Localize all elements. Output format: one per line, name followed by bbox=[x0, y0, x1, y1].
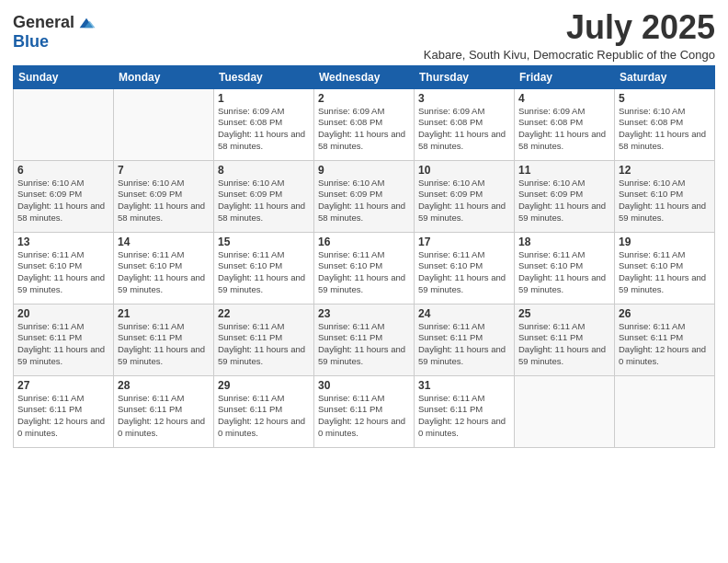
calendar-cell: 29Sunrise: 6:11 AM Sunset: 6:11 PM Dayli… bbox=[214, 375, 314, 447]
calendar-cell: 21Sunrise: 6:11 AM Sunset: 6:11 PM Dayli… bbox=[114, 304, 214, 375]
day-info: Sunrise: 6:10 AM Sunset: 6:09 PM Dayligh… bbox=[318, 178, 410, 224]
calendar-cell bbox=[14, 88, 114, 160]
day-number: 17 bbox=[418, 236, 510, 248]
day-info: Sunrise: 6:11 AM Sunset: 6:10 PM Dayligh… bbox=[518, 249, 610, 296]
calendar-day-header: Tuesday bbox=[214, 65, 314, 88]
calendar-cell: 25Sunrise: 6:11 AM Sunset: 6:11 PM Dayli… bbox=[515, 304, 615, 375]
calendar-cell: 17Sunrise: 6:11 AM Sunset: 6:10 PM Dayli… bbox=[415, 232, 515, 304]
calendar-week-row: 6Sunrise: 6:10 AM Sunset: 6:09 PM Daylig… bbox=[14, 160, 715, 232]
calendar-day-header: Friday bbox=[515, 65, 615, 88]
calendar-cell: 30Sunrise: 6:11 AM Sunset: 6:11 PM Dayli… bbox=[314, 375, 415, 447]
day-info: Sunrise: 6:11 AM Sunset: 6:11 PM Dayligh… bbox=[318, 393, 410, 440]
day-info: Sunrise: 6:09 AM Sunset: 6:08 PM Dayligh… bbox=[318, 106, 410, 153]
day-info: Sunrise: 6:11 AM Sunset: 6:11 PM Dayligh… bbox=[318, 321, 410, 368]
day-number: 19 bbox=[619, 236, 711, 248]
day-number: 7 bbox=[118, 164, 210, 177]
day-number: 26 bbox=[619, 307, 711, 320]
calendar-cell: 31Sunrise: 6:11 AM Sunset: 6:11 PM Dayli… bbox=[415, 375, 515, 447]
month-title: July 2025 bbox=[424, 9, 715, 46]
calendar-cell: 16Sunrise: 6:11 AM Sunset: 6:10 PM Dayli… bbox=[314, 232, 415, 304]
day-number: 5 bbox=[619, 92, 711, 105]
calendar-cell: 18Sunrise: 6:11 AM Sunset: 6:10 PM Dayli… bbox=[515, 232, 615, 304]
calendar-cell: 14Sunrise: 6:11 AM Sunset: 6:10 PM Dayli… bbox=[114, 232, 214, 304]
calendar-cell: 24Sunrise: 6:11 AM Sunset: 6:11 PM Dayli… bbox=[415, 304, 515, 375]
day-number: 21 bbox=[118, 307, 210, 320]
day-info: Sunrise: 6:09 AM Sunset: 6:08 PM Dayligh… bbox=[518, 106, 610, 153]
day-info: Sunrise: 6:10 AM Sunset: 6:09 PM Dayligh… bbox=[118, 178, 210, 224]
day-info: Sunrise: 6:09 AM Sunset: 6:08 PM Dayligh… bbox=[218, 106, 310, 153]
day-number: 30 bbox=[318, 379, 410, 392]
day-number: 4 bbox=[518, 92, 610, 105]
day-info: Sunrise: 6:11 AM Sunset: 6:10 PM Dayligh… bbox=[218, 249, 310, 296]
day-info: Sunrise: 6:11 AM Sunset: 6:11 PM Dayligh… bbox=[118, 393, 210, 440]
calendar-cell: 28Sunrise: 6:11 AM Sunset: 6:11 PM Dayli… bbox=[114, 375, 214, 447]
calendar-cell: 6Sunrise: 6:10 AM Sunset: 6:09 PM Daylig… bbox=[14, 160, 114, 232]
logo-text: General bbox=[13, 14, 74, 32]
calendar-week-row: 27Sunrise: 6:11 AM Sunset: 6:11 PM Dayli… bbox=[14, 375, 715, 447]
calendar-table: SundayMondayTuesdayWednesdayThursdayFrid… bbox=[13, 65, 715, 448]
day-number: 25 bbox=[518, 307, 610, 320]
day-info: Sunrise: 6:11 AM Sunset: 6:11 PM Dayligh… bbox=[518, 321, 610, 368]
day-number: 28 bbox=[118, 379, 210, 392]
day-info: Sunrise: 6:10 AM Sunset: 6:10 PM Dayligh… bbox=[619, 178, 711, 224]
calendar-cell: 11Sunrise: 6:10 AM Sunset: 6:09 PM Dayli… bbox=[515, 160, 615, 232]
day-number: 12 bbox=[619, 164, 711, 177]
logo-icon bbox=[76, 13, 97, 33]
day-info: Sunrise: 6:10 AM Sunset: 6:08 PM Dayligh… bbox=[619, 106, 711, 153]
calendar-cell: 1Sunrise: 6:09 AM Sunset: 6:08 PM Daylig… bbox=[214, 88, 314, 160]
calendar-cell bbox=[114, 88, 214, 160]
calendar-header-row: SundayMondayTuesdayWednesdayThursdayFrid… bbox=[14, 65, 715, 88]
day-number: 6 bbox=[17, 164, 109, 177]
day-info: Sunrise: 6:10 AM Sunset: 6:09 PM Dayligh… bbox=[518, 178, 610, 224]
day-number: 2 bbox=[318, 92, 410, 105]
day-info: Sunrise: 6:11 AM Sunset: 6:10 PM Dayligh… bbox=[619, 249, 711, 296]
calendar-cell bbox=[515, 375, 615, 447]
day-number: 22 bbox=[218, 307, 310, 320]
calendar-cell: 15Sunrise: 6:11 AM Sunset: 6:10 PM Dayli… bbox=[214, 232, 314, 304]
logo: General Blue bbox=[13, 13, 97, 52]
day-info: Sunrise: 6:10 AM Sunset: 6:09 PM Dayligh… bbox=[218, 178, 310, 224]
day-info: Sunrise: 6:10 AM Sunset: 6:09 PM Dayligh… bbox=[418, 178, 510, 224]
calendar-week-row: 13Sunrise: 6:11 AM Sunset: 6:10 PM Dayli… bbox=[14, 232, 715, 304]
calendar-cell: 20Sunrise: 6:11 AM Sunset: 6:11 PM Dayli… bbox=[14, 304, 114, 375]
calendar-day-header: Sunday bbox=[14, 65, 114, 88]
day-info: Sunrise: 6:11 AM Sunset: 6:10 PM Dayligh… bbox=[17, 249, 109, 296]
day-number: 31 bbox=[418, 379, 510, 392]
calendar-day-header: Thursday bbox=[415, 65, 515, 88]
title-block: July 2025 Kabare, South Kivu, Democratic… bbox=[424, 9, 715, 62]
calendar-cell: 26Sunrise: 6:11 AM Sunset: 6:11 PM Dayli… bbox=[615, 304, 715, 375]
logo-blue-text: Blue bbox=[13, 32, 49, 51]
page: General Blue July 2025 Kabare, South Kiv… bbox=[0, 0, 728, 563]
calendar-day-header: Monday bbox=[114, 65, 214, 88]
calendar-cell: 5Sunrise: 6:10 AM Sunset: 6:08 PM Daylig… bbox=[615, 88, 715, 160]
day-info: Sunrise: 6:09 AM Sunset: 6:08 PM Dayligh… bbox=[418, 106, 510, 153]
day-number: 16 bbox=[318, 236, 410, 248]
day-info: Sunrise: 6:11 AM Sunset: 6:11 PM Dayligh… bbox=[418, 321, 510, 368]
day-number: 27 bbox=[17, 379, 109, 392]
calendar-cell: 9Sunrise: 6:10 AM Sunset: 6:09 PM Daylig… bbox=[314, 160, 415, 232]
header: General Blue July 2025 Kabare, South Kiv… bbox=[13, 9, 715, 62]
calendar-cell: 12Sunrise: 6:10 AM Sunset: 6:10 PM Dayli… bbox=[615, 160, 715, 232]
day-info: Sunrise: 6:10 AM Sunset: 6:09 PM Dayligh… bbox=[17, 178, 109, 224]
day-info: Sunrise: 6:11 AM Sunset: 6:10 PM Dayligh… bbox=[318, 249, 410, 296]
calendar-week-row: 1Sunrise: 6:09 AM Sunset: 6:08 PM Daylig… bbox=[14, 88, 715, 160]
day-number: 24 bbox=[418, 307, 510, 320]
calendar-cell: 4Sunrise: 6:09 AM Sunset: 6:08 PM Daylig… bbox=[515, 88, 615, 160]
day-info: Sunrise: 6:11 AM Sunset: 6:11 PM Dayligh… bbox=[218, 321, 310, 368]
day-info: Sunrise: 6:11 AM Sunset: 6:11 PM Dayligh… bbox=[218, 393, 310, 440]
calendar-cell bbox=[615, 375, 715, 447]
day-number: 29 bbox=[218, 379, 310, 392]
day-number: 8 bbox=[218, 164, 310, 177]
calendar-cell: 27Sunrise: 6:11 AM Sunset: 6:11 PM Dayli… bbox=[14, 375, 114, 447]
day-info: Sunrise: 6:11 AM Sunset: 6:11 PM Dayligh… bbox=[17, 393, 109, 440]
calendar-cell: 19Sunrise: 6:11 AM Sunset: 6:10 PM Dayli… bbox=[615, 232, 715, 304]
calendar-day-header: Wednesday bbox=[314, 65, 415, 88]
calendar-cell: 7Sunrise: 6:10 AM Sunset: 6:09 PM Daylig… bbox=[114, 160, 214, 232]
calendar-cell: 8Sunrise: 6:10 AM Sunset: 6:09 PM Daylig… bbox=[214, 160, 314, 232]
day-number: 1 bbox=[218, 92, 310, 105]
day-number: 14 bbox=[118, 236, 210, 248]
calendar-cell: 22Sunrise: 6:11 AM Sunset: 6:11 PM Dayli… bbox=[214, 304, 314, 375]
calendar-day-header: Saturday bbox=[615, 65, 715, 88]
calendar-cell: 23Sunrise: 6:11 AM Sunset: 6:11 PM Dayli… bbox=[314, 304, 415, 375]
day-info: Sunrise: 6:11 AM Sunset: 6:11 PM Dayligh… bbox=[418, 393, 510, 440]
